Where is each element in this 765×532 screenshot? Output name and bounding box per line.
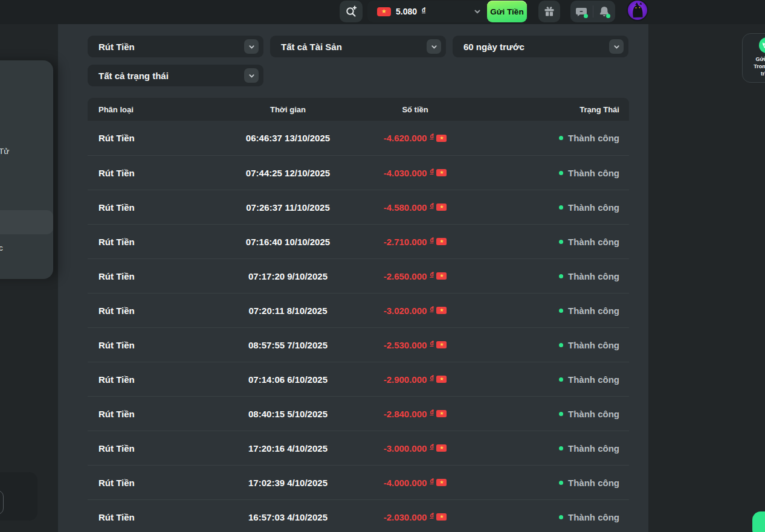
vietnam-flag-icon: ★ <box>436 135 447 142</box>
top-bar: ★ 5.080 đ Gửi Tiền <box>0 0 765 24</box>
row-status: Thành công <box>461 202 629 213</box>
amount-value: -2.650.000 <box>384 271 427 281</box>
table-row[interactable]: Rút Tiền 17:20:16 4/10/2025 -3.000.000 đ… <box>88 431 629 465</box>
row-time: 07:16:40 10/10/2025 <box>207 237 369 247</box>
filter-period[interactable]: 60 ngày trước <box>453 36 628 57</box>
table-row[interactable]: Rút Tiền 16:57:03 4/10/2025 -2.030.000 đ… <box>88 499 629 532</box>
status-dot-icon <box>559 515 563 519</box>
status-label: Thành công <box>568 168 619 178</box>
chat-button[interactable] <box>570 1 593 22</box>
left-menu-panel: Tử c <box>0 60 53 279</box>
status-dot-icon <box>559 309 563 313</box>
vietnam-flag-icon: ★ <box>436 341 447 348</box>
status-dot-icon <box>559 446 563 450</box>
table-row[interactable]: Rút Tiền 08:40:15 5/10/2025 -2.840.000 đ… <box>88 396 629 431</box>
currency-symbol: đ <box>422 7 425 13</box>
currency-symbol: đ <box>430 512 433 519</box>
currency-symbol: đ <box>430 271 433 278</box>
support-fab[interactable] <box>752 511 765 532</box>
row-time: 17:20:16 4/10/2025 <box>207 443 369 453</box>
amount-value: -4.620.000 <box>384 133 427 143</box>
status-label: Thành công <box>568 409 619 419</box>
table-row[interactable]: Rút Tiền 07:17:20 9/10/2025 -2.650.000 đ… <box>88 258 629 293</box>
currency-select[interactable]: ★ 5.080 đ <box>367 1 487 22</box>
row-amount: -2.840.000 đ ★ <box>369 409 461 419</box>
status-dot-icon <box>559 274 563 278</box>
row-status: Thành công <box>461 237 629 247</box>
row-amount: -4.620.000 đ ★ <box>369 133 461 143</box>
row-time: 07:17:20 9/10/2025 <box>207 271 369 281</box>
table-header: Phân loại Thời gian Số tiền Trạng Thái <box>88 98 629 121</box>
row-status: Thành công <box>461 168 629 178</box>
status-dot-icon <box>559 136 563 140</box>
status-label: Thành công <box>568 271 619 281</box>
row-time: 07:20:11 8/10/2025 <box>207 306 369 316</box>
table-row[interactable]: Rút Tiền 07:26:37 11/10/2025 -4.580.000 … <box>88 190 629 224</box>
table-row[interactable]: Rút Tiền 07:16:40 10/10/2025 -2.710.000 … <box>88 224 629 258</box>
row-status: Thành công <box>461 133 629 143</box>
amount-value: -2.530.000 <box>384 340 427 350</box>
confirm-button[interactable]: hận <box>0 490 4 514</box>
filter-asset[interactable]: Tất cả Tài Sản <box>270 36 446 57</box>
column-amount: Số tiền <box>369 105 461 114</box>
status-label: Thành công <box>568 512 619 522</box>
row-amount: -3.020.000 đ ★ <box>369 306 461 316</box>
vietnam-flag-icon: ★ <box>436 410 447 417</box>
search-icon <box>345 5 357 18</box>
row-amount: -4.580.000 đ ★ <box>369 202 461 213</box>
avatar[interactable] <box>627 0 648 21</box>
status-dot-icon <box>559 343 563 347</box>
table-row[interactable]: Rút Tiền 07:14:06 6/10/2025 -2.900.000 đ… <box>88 362 629 396</box>
row-status: Thành công <box>461 271 629 281</box>
vietnam-flag-icon: ★ <box>436 376 447 383</box>
table-row[interactable]: Rút Tiền 17:02:39 4/10/2025 -4.000.000 đ… <box>88 465 629 499</box>
menu-item-selected[interactable] <box>0 210 53 234</box>
bottom-left-modal: hận <box>0 472 37 521</box>
row-time: 06:46:37 13/10/2025 <box>207 133 369 143</box>
row-status: Thành công <box>461 409 629 419</box>
row-time: 07:44:25 12/10/2025 <box>207 168 369 178</box>
deposit-progress-widget[interactable]: Gửi Tiền Trong tiến trình <box>742 33 765 83</box>
search-button[interactable] <box>340 1 363 22</box>
table-row[interactable]: Rút Tiền 07:44:25 12/10/2025 -4.030.000 … <box>88 155 629 190</box>
table-row[interactable]: Rút Tiền 06:46:37 13/10/2025 -4.620.000 … <box>88 121 629 155</box>
gift-icon <box>543 5 555 18</box>
vietnam-flag-icon: ★ <box>377 7 391 16</box>
status-dot-icon <box>559 377 563 382</box>
status-dot-icon <box>559 205 563 210</box>
transactions-table: Phân loại Thời gian Số tiền Trạng Thái R… <box>88 98 629 532</box>
row-amount: -4.030.000 đ ★ <box>369 168 461 178</box>
row-time: 16:57:03 4/10/2025 <box>207 512 369 522</box>
row-time: 17:02:39 4/10/2025 <box>207 478 369 488</box>
amount-value: -3.020.000 <box>384 306 427 316</box>
row-amount: -2.030.000 đ ★ <box>369 512 461 522</box>
status-label: Thành công <box>568 443 619 453</box>
wallet-combo: ★ 5.080 đ Gửi Tiền <box>367 1 527 22</box>
row-category: Rút Tiền <box>88 478 207 488</box>
notification-pill <box>570 1 615 22</box>
amount-value: -4.030.000 <box>384 168 427 178</box>
bell-button[interactable] <box>593 1 616 22</box>
menu-item-fragment[interactable]: c <box>0 243 3 252</box>
row-status: Thành công <box>461 443 629 453</box>
row-category: Rút Tiền <box>88 409 207 419</box>
filter-transaction-type[interactable]: Rút Tiền <box>88 36 263 57</box>
amount-value: -4.580.000 <box>384 202 427 213</box>
chevron-down-icon <box>427 39 441 54</box>
menu-item-fragment[interactable]: Tử <box>0 147 9 156</box>
deposit-button[interactable]: Gửi Tiền <box>487 1 527 22</box>
vietnam-flag-icon: ★ <box>436 513 447 521</box>
filter-status[interactable]: Tất cả trạng thái <box>88 65 263 86</box>
row-category: Rút Tiền <box>88 237 207 247</box>
status-label: Thành công <box>568 237 619 247</box>
gift-button[interactable] <box>538 1 560 22</box>
status-label: Thành công <box>568 340 619 350</box>
deposit-in-progress-icon <box>759 37 765 53</box>
table-row[interactable]: Rút Tiền 08:57:55 7/10/2025 -2.530.000 đ… <box>88 327 629 362</box>
amount-value: -2.840.000 <box>384 409 427 419</box>
filter-value: Tất cả trạng thái <box>98 71 169 81</box>
row-category: Rút Tiền <box>88 512 207 522</box>
row-amount: -2.710.000 đ ★ <box>369 237 461 247</box>
amount-value: -3.000.000 <box>384 443 427 453</box>
table-row[interactable]: Rút Tiền 07:20:11 8/10/2025 -3.020.000 đ… <box>88 293 629 327</box>
